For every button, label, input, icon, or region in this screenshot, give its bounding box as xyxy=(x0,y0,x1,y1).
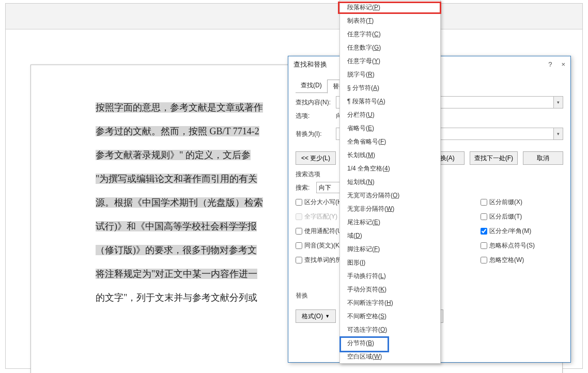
special-menu-item[interactable]: 制表符(T) xyxy=(340,14,440,27)
special-menu-item[interactable]: 分节符(B) xyxy=(340,336,440,350)
search-label: 搜索: xyxy=(296,183,316,192)
special-menu-item[interactable]: 脚注标记(F) xyxy=(340,242,440,256)
ribbon-placeholder xyxy=(6,4,582,29)
checkbox-input-wildcard[interactable] xyxy=(296,228,302,235)
checkbox-input-case[interactable] xyxy=(296,199,302,206)
special-menu-item[interactable]: 脱字号(R) xyxy=(340,68,440,81)
checkbox-label: 全字匹配(Y) xyxy=(304,212,337,221)
checkbox-label: 忽略空格(W) xyxy=(489,256,524,265)
special-menu-item[interactable]: 图形(I) xyxy=(340,256,440,269)
help-icon[interactable]: ? xyxy=(548,56,552,73)
doc-line: "为撰写或编辑论文和著作而引用的有关 xyxy=(96,167,287,191)
checkbox-ignorepunct[interactable]: 忽略标点符号(S) xyxy=(481,240,563,251)
replace-dropdown-icon[interactable]: ▾ xyxy=(554,128,563,140)
checkbox-input-whole xyxy=(296,213,302,220)
special-menu-item[interactable]: 短划线(N) xyxy=(340,175,440,189)
chevron-down-icon: ▼ xyxy=(325,314,330,319)
special-menu-item[interactable]: 任意数字(G) xyxy=(340,41,440,54)
find-next-button[interactable]: 查找下一处(F) xyxy=(470,151,518,165)
special-menu-item[interactable]: 分栏符(U) xyxy=(340,108,440,121)
checkbox-prefix[interactable]: 区分前缀(X) xyxy=(481,196,563,208)
checkbox-label: 区分大小写(H) xyxy=(304,198,344,207)
special-menu-item[interactable]: 可选连字符(O) xyxy=(340,323,440,336)
special-menu-item[interactable]: § 分节符(A) xyxy=(340,81,440,95)
special-menu-item[interactable]: 省略号(E) xyxy=(340,121,440,135)
close-icon[interactable]: × xyxy=(561,56,565,73)
checkbox-suffix[interactable]: 区分后缀(T) xyxy=(481,211,563,222)
doc-line: 的文字"，列于文末并与参考文献分列或 xyxy=(96,286,287,309)
checkbox-label: 区分前缀(X) xyxy=(489,198,522,207)
special-menu-item[interactable]: ¶ 段落符号(A) xyxy=(340,95,440,108)
doc-line: （修订版)》的要求，很多刊物对参考文 xyxy=(96,238,287,262)
checkbox-label: 区分后缀(T) xyxy=(489,212,522,221)
cancel-button[interactable]: 取消 xyxy=(523,151,563,165)
document-body: 按照字面的意思，参考文献是文章或著作 参考过的文献。然而，按照 GB/T 771… xyxy=(96,96,287,309)
special-menu-item[interactable]: 不间断连字符(H) xyxy=(340,296,440,309)
doc-line: 试行)》和《中国高等学校社会科学学报 xyxy=(96,214,287,238)
checkbox-label: 同音(英文)(K) xyxy=(304,241,342,250)
special-menu-item[interactable]: 无宽非分隔符(W) xyxy=(340,202,440,215)
special-menu-item[interactable]: 尾注标记(E) xyxy=(340,215,440,229)
options-label: 选项: xyxy=(296,112,336,120)
doc-line: 参考文献著录规则》" 的定义，文后参 xyxy=(96,143,287,167)
special-menu-item[interactable]: 手动换行符(L) xyxy=(340,269,440,283)
find-dropdown-icon[interactable]: ▾ xyxy=(554,96,563,108)
checkbox-input-fullhalf[interactable] xyxy=(481,228,487,235)
checkbox-input-suffix[interactable] xyxy=(481,213,487,220)
special-menu-item[interactable]: 域(D) xyxy=(340,229,440,242)
less-button[interactable]: << 更少(L) xyxy=(296,151,336,165)
replace-label: 替换为(I): xyxy=(296,130,336,138)
checkbox-ignorespace[interactable]: 忽略空格(W) xyxy=(481,254,563,266)
checkbox-label: 使用通配符(U) xyxy=(304,227,344,236)
checkbox-input-allforms[interactable] xyxy=(296,257,302,263)
special-menu-item[interactable]: 手动分页符(K) xyxy=(340,283,440,296)
special-menu-item[interactable]: 段落标记(P) xyxy=(340,1,440,14)
find-label: 查找内容(N): xyxy=(296,98,336,107)
tab-find[interactable]: 查找(D) xyxy=(296,79,327,93)
format-button[interactable]: 格式(O)▼ xyxy=(296,309,336,323)
special-menu-item[interactable]: 长划线(M) xyxy=(340,148,440,162)
special-format-menu: 段落标记(P)制表符(T)任意字符(C)任意数字(G)任意字母(Y)脱字号(R)… xyxy=(339,0,441,364)
special-menu-item[interactable]: 全角省略号(F) xyxy=(340,135,440,148)
doc-line: 将注释规定为"对正文中某一内容作进一 xyxy=(96,262,287,286)
special-menu-item[interactable]: 空白区域(W) xyxy=(340,350,440,363)
special-menu-item[interactable]: 无宽可选分隔符(O) xyxy=(340,189,440,202)
checkbox-fullhalf[interactable]: 区分全/半角(M) xyxy=(481,225,563,237)
special-menu-item[interactable]: 任意字符(C) xyxy=(340,27,440,41)
checkbox-input-prefix[interactable] xyxy=(481,199,487,206)
checkbox-label: 区分全/半角(M) xyxy=(489,227,531,236)
checkbox-label: 忽略标点符号(S) xyxy=(489,241,535,250)
special-menu-item[interactable]: 1/4 全角空格(4) xyxy=(340,162,440,175)
checkbox-input-homophone[interactable] xyxy=(296,242,302,249)
doc-line: 参考过的文献。然而，按照 GB/T 7714-2 xyxy=(96,119,287,143)
dialog-title: 查找和替换 xyxy=(293,56,327,73)
checkbox-input-ignorepunct[interactable] xyxy=(481,242,487,249)
doc-line: 按照字面的意思，参考文献是文章或著作 xyxy=(96,96,287,119)
checkbox-input-ignorespace[interactable] xyxy=(481,257,487,263)
special-menu-item[interactable]: 任意字母(Y) xyxy=(340,54,440,68)
special-menu-item[interactable]: 不间断空格(S) xyxy=(340,309,440,323)
doc-line: 源。根据《中国学术期刊（光盘版）检索 xyxy=(96,191,287,214)
